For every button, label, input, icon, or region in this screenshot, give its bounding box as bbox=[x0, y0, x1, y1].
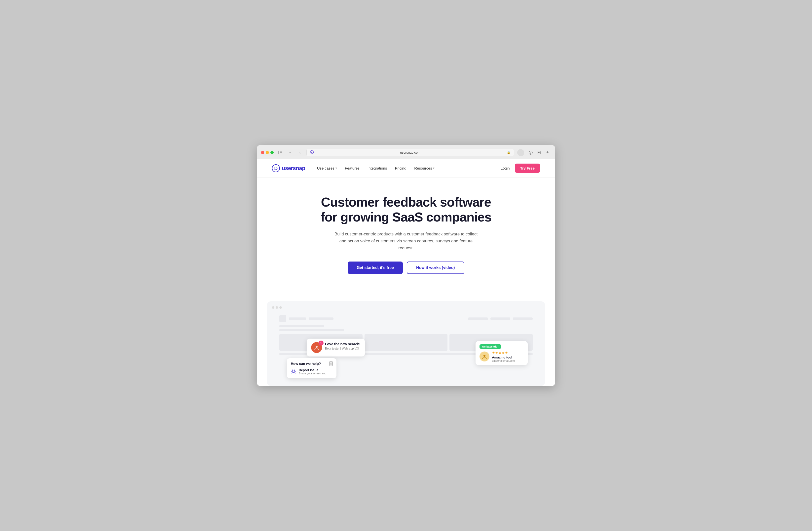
app-dot-1 bbox=[272, 306, 274, 309]
browser-lock-icon: 🔒 bbox=[507, 151, 510, 154]
feedback-notification-badge: 1 bbox=[319, 340, 323, 346]
help-widget: How can we help? × Report issue Share yo… bbox=[287, 358, 336, 378]
wf-text-2 bbox=[309, 318, 333, 320]
browser-secure-icon bbox=[310, 150, 314, 155]
browser-download-btn[interactable]: ↓ bbox=[527, 149, 534, 156]
browser-more-btn[interactable]: ··· bbox=[517, 149, 524, 156]
website-content: usersnap Use cases ▾ Features Integratio… bbox=[257, 159, 555, 386]
browser-share-btn[interactable] bbox=[536, 149, 542, 156]
browser-dot-red bbox=[261, 151, 264, 154]
feedback-avatar: 1 bbox=[311, 342, 322, 353]
svg-point-4 bbox=[310, 151, 314, 154]
svg-point-9 bbox=[275, 167, 275, 168]
review-text: Amazing tool bbox=[492, 355, 515, 359]
review-card: Ambassador ★★★★★ Amazing tool amber@emai… bbox=[476, 341, 528, 365]
nav-link-pricing[interactable]: Pricing bbox=[395, 166, 406, 170]
nav-link-use-cases[interactable]: Use cases ▾ bbox=[317, 166, 337, 170]
browser-address-bar[interactable]: usersnap.com 🔒 bbox=[306, 149, 514, 156]
bug-icon bbox=[291, 369, 296, 375]
get-started-button[interactable]: Get started, it's free bbox=[348, 262, 403, 274]
nav-try-free-button[interactable]: Try Free bbox=[515, 164, 540, 173]
wf-line-xl bbox=[279, 329, 344, 331]
hero-buttons: Get started, it's free How it works (vid… bbox=[272, 262, 540, 274]
browser-back-btn[interactable]: ‹ bbox=[296, 149, 303, 156]
review-email: amber@email.com bbox=[492, 359, 515, 362]
nav-actions: Login Try Free bbox=[501, 164, 540, 173]
browser-chrome: ▾ ‹ usersnap.com 🔒 ··· bbox=[257, 145, 555, 159]
browser-chevron-down-btn[interactable]: ▾ bbox=[287, 149, 293, 156]
help-widget-item-content: Report issue Share your screen and bbox=[299, 368, 326, 375]
svg-point-11 bbox=[316, 346, 318, 348]
svg-point-12 bbox=[483, 355, 485, 357]
wf-text-5 bbox=[513, 318, 533, 320]
review-ambassador-badge: Ambassador bbox=[479, 344, 501, 349]
browser-right-buttons: ↓ + bbox=[527, 149, 551, 156]
feedback-card-meta: Beta tester | Web app V.3 bbox=[325, 347, 360, 350]
help-widget-item: Report issue Share your screen and bbox=[291, 368, 333, 375]
browser-dot-green bbox=[271, 151, 274, 154]
nav-link-integrations[interactable]: Integrations bbox=[367, 166, 387, 170]
chevron-down-icon-2: ▾ bbox=[433, 167, 435, 170]
svg-rect-0 bbox=[278, 151, 279, 154]
review-stars: ★★★★★ bbox=[492, 351, 515, 355]
nav-logo-text: usersnap bbox=[282, 165, 305, 171]
browser-toolbar: ▾ ‹ usersnap.com 🔒 ··· bbox=[261, 149, 551, 156]
hero-section: Customer feedback software for growing S… bbox=[257, 178, 555, 301]
nav-link-features[interactable]: Features bbox=[345, 166, 360, 170]
how-it-works-button[interactable]: How it works (video) bbox=[407, 262, 464, 274]
review-card-body: ★★★★★ Amazing tool amber@email.com bbox=[479, 351, 524, 362]
svg-point-8 bbox=[272, 165, 280, 172]
nav-logo[interactable]: usersnap bbox=[272, 164, 305, 172]
browser-new-tab-btn[interactable]: + bbox=[544, 149, 551, 156]
svg-rect-2 bbox=[280, 152, 282, 153]
hero-subtitle: Build customer-centric products with a c… bbox=[334, 231, 478, 252]
feedback-card-title: Love the new search! bbox=[325, 342, 360, 346]
svg-text:↓: ↓ bbox=[530, 152, 532, 154]
feedback-card: 1 Love the new search! Beta tester | Web… bbox=[307, 339, 365, 357]
help-widget-item-desc: Share your screen and bbox=[299, 372, 326, 375]
help-widget-header: How can we help? × bbox=[291, 361, 333, 366]
wf-top-row bbox=[274, 315, 538, 322]
browser-sidebar-btn[interactable] bbox=[277, 149, 284, 156]
feedback-content: Love the new search! Beta tester | Web a… bbox=[325, 342, 360, 350]
wf-text-4 bbox=[490, 318, 510, 320]
browser-url-text: usersnap.com bbox=[316, 151, 505, 154]
browser-more-icon: ··· bbox=[519, 151, 522, 155]
wf-text-3 bbox=[468, 318, 488, 320]
help-widget-close-btn[interactable]: × bbox=[330, 361, 333, 366]
wf-line-lg bbox=[279, 325, 324, 327]
nav-links: Use cases ▾ Features Integrations Pricin… bbox=[317, 166, 501, 170]
usersnap-logo-icon bbox=[272, 164, 280, 172]
svg-point-13 bbox=[292, 370, 295, 373]
help-widget-title: How can we help? bbox=[291, 362, 321, 366]
wf-icon-block bbox=[279, 315, 286, 322]
wf-grid-item-2 bbox=[364, 334, 448, 351]
wf-content-row-1 bbox=[279, 325, 533, 327]
nav-login-link[interactable]: Login bbox=[501, 166, 510, 170]
app-preview-dots bbox=[272, 306, 540, 309]
navbar: usersnap Use cases ▾ Features Integratio… bbox=[257, 159, 555, 178]
hero-title: Customer feedback software for growing S… bbox=[319, 195, 493, 225]
browser-window: ▾ ‹ usersnap.com 🔒 ··· bbox=[257, 145, 555, 386]
svg-rect-1 bbox=[280, 151, 282, 152]
svg-point-10 bbox=[277, 167, 277, 168]
review-card-info: ★★★★★ Amazing tool amber@email.com bbox=[492, 351, 515, 362]
app-dot-3 bbox=[279, 306, 282, 309]
review-avatar bbox=[479, 351, 490, 362]
help-widget-item-title: Report issue bbox=[299, 368, 326, 372]
app-preview: 1 Love the new search! Beta tester | Web… bbox=[267, 301, 545, 386]
nav-link-resources[interactable]: Resources ▾ bbox=[414, 166, 435, 170]
chevron-down-icon: ▾ bbox=[335, 167, 337, 170]
wf-content-row-2 bbox=[279, 329, 533, 331]
app-dot-2 bbox=[276, 306, 278, 309]
svg-rect-3 bbox=[280, 154, 282, 154]
browser-dots bbox=[261, 151, 274, 154]
wf-text-1 bbox=[289, 318, 306, 320]
browser-dot-yellow bbox=[266, 151, 269, 154]
